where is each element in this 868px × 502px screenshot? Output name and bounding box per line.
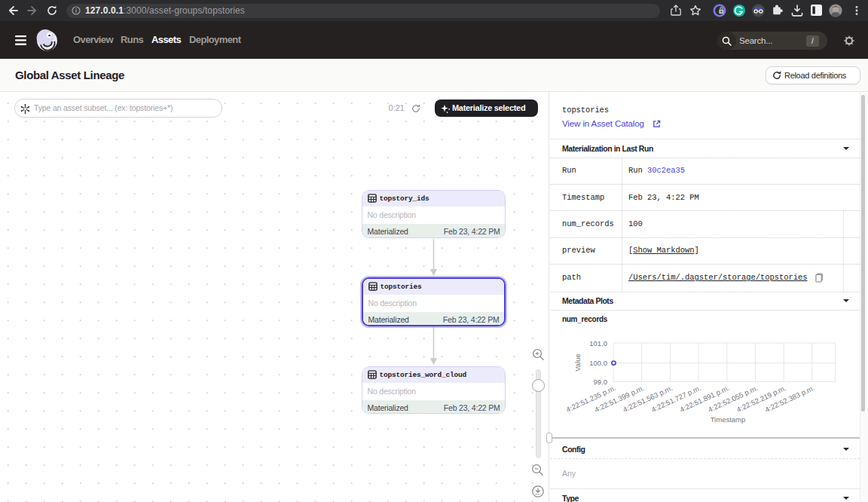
svg-text:Timestamp: Timestamp bbox=[711, 415, 746, 424]
svg-text:101.0: 101.0 bbox=[589, 339, 607, 347]
svg-text:99.0: 99.0 bbox=[594, 378, 608, 386]
svg-text:4:22:52.383 p.m.: 4:22:52.383 p.m. bbox=[763, 384, 815, 414]
svg-text:100.0: 100.0 bbox=[589, 359, 607, 367]
svg-text:Value: Value bbox=[573, 354, 582, 372]
